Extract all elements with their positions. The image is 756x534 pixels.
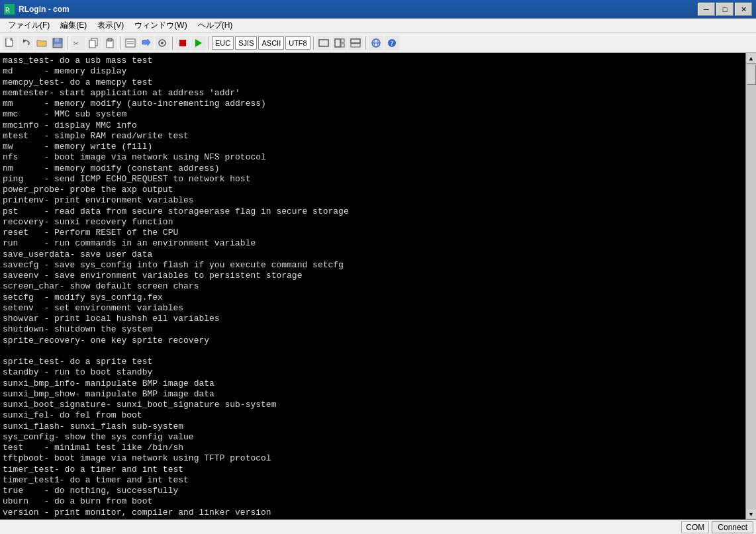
undo-button[interactable] xyxy=(19,36,33,50)
menu-view[interactable]: 表示(V) xyxy=(92,19,129,32)
cut-button[interactable]: ✂ xyxy=(71,36,85,50)
open-folder-button[interactable] xyxy=(34,36,49,50)
transfer-button[interactable] xyxy=(139,36,154,50)
scroll-thumb[interactable] xyxy=(747,65,756,85)
terminal[interactable]: mass_test- do a usb mass test md - memor… xyxy=(0,53,745,519)
save-icon xyxy=(52,38,63,48)
folder-icon xyxy=(36,38,47,48)
save-button[interactable] xyxy=(50,36,65,50)
paste-button[interactable] xyxy=(103,36,117,50)
network-button[interactable] xyxy=(369,36,383,50)
script-button[interactable] xyxy=(123,36,138,50)
svg-text:R: R xyxy=(5,6,10,15)
help-button[interactable]: ? xyxy=(385,36,399,50)
paste-icon xyxy=(105,38,115,48)
sjis-button[interactable]: SJIS xyxy=(235,36,257,50)
screen2-button[interactable] xyxy=(332,36,347,50)
sep4 xyxy=(209,36,209,50)
utf8-button[interactable]: UTF8 xyxy=(285,36,310,50)
sep1 xyxy=(68,36,68,50)
script-icon xyxy=(125,38,136,48)
close-button[interactable]: ✕ xyxy=(735,3,752,16)
minimize-button[interactable]: ─ xyxy=(698,3,715,16)
menu-edit[interactable]: 編集(E) xyxy=(55,19,92,32)
title-bar-buttons: ─ □ ✕ xyxy=(698,3,752,16)
svg-marker-3 xyxy=(23,39,26,43)
svg-rect-12 xyxy=(126,39,135,47)
svg-rect-21 xyxy=(335,39,340,47)
title-bar-left: R RLogin - com xyxy=(4,4,70,15)
screen1-icon xyxy=(318,38,329,48)
window-title: RLogin - com xyxy=(19,5,70,14)
screen1-button[interactable] xyxy=(316,36,331,50)
app-icon: R xyxy=(4,4,15,15)
terminal-content: mass_test- do a usb mass test md - memor… xyxy=(3,56,743,519)
scroll-down-button[interactable]: ▼ xyxy=(746,509,757,519)
svg-marker-15 xyxy=(142,39,150,46)
svg-rect-20 xyxy=(319,40,328,46)
svg-rect-5 xyxy=(55,38,59,42)
new-button[interactable] xyxy=(3,36,17,50)
network-icon xyxy=(371,38,381,48)
svg-point-17 xyxy=(161,42,164,44)
help-icon: ? xyxy=(387,38,397,48)
status-bar: COM Connect xyxy=(0,519,756,534)
svg-rect-18 xyxy=(179,40,186,46)
svg-text:?: ? xyxy=(390,40,393,47)
svg-rect-9 xyxy=(89,40,95,48)
menu-file[interactable]: ファイル(F) xyxy=(3,19,55,32)
screen3-icon xyxy=(350,38,361,48)
svg-rect-23 xyxy=(341,44,344,47)
svg-rect-11 xyxy=(108,38,112,41)
play-icon xyxy=(193,38,204,48)
scroll-track[interactable] xyxy=(746,64,756,509)
menu-window[interactable]: ウィンドウ(W) xyxy=(129,19,192,32)
scrollbar[interactable]: ▲ ▼ xyxy=(745,53,756,519)
main-area: mass_test- do a usb mass test md - memor… xyxy=(0,53,756,519)
cut-icon: ✂ xyxy=(73,38,83,48)
menu-bar: ファイル(F) 編集(E) 表示(V) ウィンドウ(W) ヘルプ(H) xyxy=(0,19,756,33)
sep6 xyxy=(365,36,366,50)
toolbar: ✂ xyxy=(0,33,756,53)
euc-button[interactable]: EUC xyxy=(212,36,234,50)
ascii-button[interactable]: ASCII xyxy=(258,36,284,50)
svg-rect-24 xyxy=(351,39,360,43)
stop-button[interactable] xyxy=(175,36,190,50)
svg-rect-25 xyxy=(351,44,360,47)
stop-icon xyxy=(177,38,188,48)
title-bar: R RLogin - com ─ □ ✕ xyxy=(0,0,756,19)
maximize-button[interactable]: □ xyxy=(716,3,733,16)
screen2-icon xyxy=(334,38,345,48)
svg-text:✂: ✂ xyxy=(73,38,79,48)
scroll-up-button[interactable]: ▲ xyxy=(746,53,757,64)
sep5 xyxy=(313,36,314,50)
transfer-icon xyxy=(141,38,152,48)
copy-icon xyxy=(89,38,99,48)
new-icon xyxy=(5,38,15,48)
svg-marker-19 xyxy=(195,39,202,47)
play-button[interactable] xyxy=(191,36,206,50)
view-icon xyxy=(157,38,167,48)
sep2 xyxy=(120,36,120,50)
svg-rect-6 xyxy=(54,44,62,47)
copy-button[interactable] xyxy=(87,36,101,50)
com-status: COM xyxy=(681,521,709,533)
menu-help[interactable]: ヘルプ(H) xyxy=(193,19,238,32)
view-button[interactable] xyxy=(155,36,169,50)
svg-rect-22 xyxy=(341,39,344,42)
connect-button[interactable]: Connect xyxy=(712,521,753,533)
screen3-button[interactable] xyxy=(348,36,363,50)
sep3 xyxy=(172,36,173,50)
undo-icon xyxy=(21,38,31,48)
